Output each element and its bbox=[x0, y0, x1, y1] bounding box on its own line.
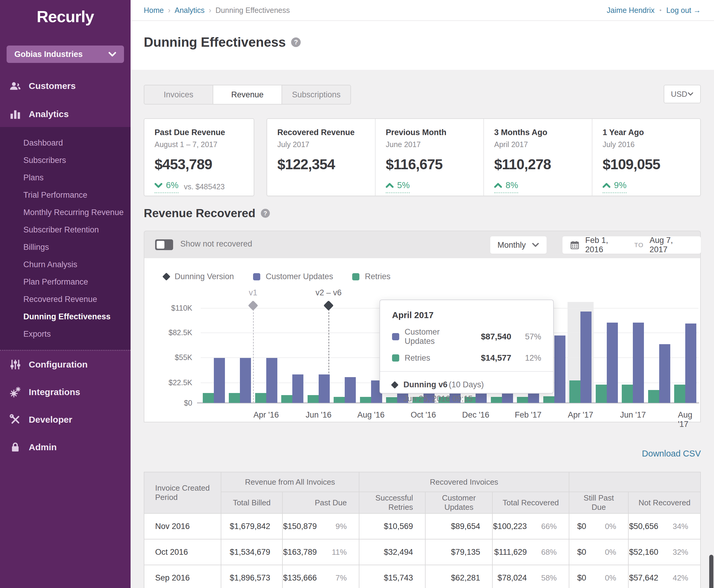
dunning-version-marker-v2-v6[interactable] bbox=[323, 300, 334, 311]
sidebar-subitem-trial-performance[interactable]: Trial Performance bbox=[0, 186, 131, 204]
card-amount: $116,675 bbox=[386, 156, 473, 172]
company-name: Gobias Industries bbox=[14, 50, 83, 59]
card-period: July 2016 bbox=[603, 140, 690, 149]
cell-period: Sep 2016 bbox=[144, 565, 221, 588]
tab-revenue[interactable]: Revenue bbox=[213, 85, 281, 104]
bar-customer-updates-May-17[interactable] bbox=[607, 322, 618, 403]
cell-successful-retries: $15,743 bbox=[359, 565, 425, 588]
separator-dot: • bbox=[659, 7, 662, 14]
user-name-link[interactable]: Jaime Hendrix bbox=[607, 6, 655, 15]
sidebar-item-developer[interactable]: Developer bbox=[0, 406, 131, 434]
sidebar-item-admin[interactable]: Admin bbox=[0, 434, 131, 461]
bar-retries-Feb-16[interactable] bbox=[203, 393, 214, 403]
tooltip-row: Customer Updates $87,540 57% bbox=[392, 328, 541, 346]
sidebar-subitem-dashboard[interactable]: Dashboard bbox=[0, 134, 131, 151]
bar-retries-Jul-17[interactable] bbox=[648, 390, 659, 403]
analytics-icon bbox=[9, 108, 21, 120]
card-period: July 2017 bbox=[277, 140, 365, 149]
cell-value: $78,024 bbox=[498, 573, 527, 583]
bar-retries-Sep-16[interactable] bbox=[386, 397, 397, 403]
bar-customer-updates-Apr-17[interactable] bbox=[581, 312, 591, 403]
bar-retries-Apr-16[interactable] bbox=[255, 393, 266, 403]
sidebar-subitem-subscribers[interactable]: Subscribers bbox=[0, 151, 131, 169]
bar-retries-Aug-17[interactable] bbox=[674, 385, 685, 403]
y-axis-tick: $0 bbox=[147, 399, 192, 407]
bar-customer-updates-Jun-16[interactable] bbox=[319, 374, 330, 403]
card-title: 1 Year Ago bbox=[603, 128, 690, 137]
cell-past-due: $135,6667% bbox=[282, 565, 359, 588]
sidebar-subitem-dunning-effectiveness[interactable]: Dunning Effectiveness bbox=[0, 308, 131, 325]
help-icon[interactable]: ? bbox=[261, 209, 270, 218]
page-header: Home › Analytics › Dunning Effectiveness… bbox=[131, 0, 714, 70]
bar-customer-updates-Feb-16[interactable] bbox=[214, 358, 225, 403]
help-icon[interactable]: ? bbox=[291, 38, 301, 47]
download-csv-link[interactable]: Download CSV bbox=[642, 449, 701, 459]
col-invoice-created-period: Invoice Created Period bbox=[144, 472, 221, 513]
bar-customer-updates-Mar-17[interactable] bbox=[554, 335, 565, 403]
sidebar-subitem-monthly-recurring-revenue[interactable]: Monthly Recurring Revenue bbox=[0, 204, 131, 221]
sidebar-subitem-plans[interactable]: Plans bbox=[0, 169, 131, 186]
sidebar-item-integrations[interactable]: Integrations bbox=[0, 378, 131, 406]
cell-percent: 32% bbox=[658, 548, 688, 557]
tab-subscriptions[interactable]: Subscriptions bbox=[281, 85, 351, 104]
card-period: June 2017 bbox=[386, 140, 473, 149]
bar-customer-updates-May-16[interactable] bbox=[292, 374, 303, 403]
sidebar-item-label: Developer bbox=[29, 415, 72, 425]
dunning-version-detail: (10 Days) bbox=[449, 380, 484, 389]
dunning-version-marker-v1[interactable] bbox=[248, 300, 258, 311]
interval-select[interactable]: Monthly bbox=[490, 236, 547, 254]
sidebar-subitem-churn-analysis[interactable]: Churn Analysis bbox=[0, 256, 131, 273]
show-not-recovered-toggle[interactable] bbox=[155, 239, 173, 250]
card-title: Past Due Revenue bbox=[154, 128, 244, 137]
breadcrumb-home[interactable]: Home bbox=[144, 6, 164, 15]
bar-customer-updates-Jul-17[interactable] bbox=[659, 344, 670, 403]
sidebar-subitem-recovered-revenue[interactable]: Recovered Revenue bbox=[0, 291, 131, 308]
sidebar-item-customers[interactable]: Customers bbox=[0, 73, 131, 99]
page-title: Dunning Effectiveness bbox=[144, 35, 286, 50]
cell-total-billed: $1,896,573 bbox=[221, 565, 282, 588]
cell-value: $135,666 bbox=[283, 573, 317, 583]
cell-successful-retries: $10,569 bbox=[359, 513, 425, 539]
bar-retries-Mar-17[interactable] bbox=[543, 396, 554, 403]
sidebar-subitem-billings[interactable]: Billings bbox=[0, 238, 131, 256]
bar-retries-May-16[interactable] bbox=[281, 395, 292, 403]
cell-value: $50,656 bbox=[629, 522, 658, 531]
section-title: Revenue Recovered bbox=[144, 207, 255, 220]
bar-customer-updates-Jun-17[interactable] bbox=[633, 322, 644, 403]
bar-retries-Jul-16[interactable] bbox=[334, 397, 345, 403]
sidebar-item-analytics[interactable]: Analytics bbox=[0, 101, 131, 127]
bar-retries-May-17[interactable] bbox=[596, 385, 607, 403]
bar-retries-Jun-16[interactable] bbox=[308, 395, 319, 403]
card-title: Recovered Revenue bbox=[277, 128, 365, 137]
bar-retries-Jun-17[interactable] bbox=[622, 385, 633, 403]
sidebar-subitem-plan-performance[interactable]: Plan Performance bbox=[0, 273, 131, 291]
breadcrumb-separator: › bbox=[209, 6, 211, 15]
logout-link[interactable]: Log out → bbox=[666, 6, 701, 15]
bar-customer-updates-Aug-17[interactable] bbox=[685, 323, 696, 403]
bar-retries-Aug-16[interactable] bbox=[360, 397, 371, 403]
sidebar-subitem-subscriber-retention[interactable]: Subscriber Retention bbox=[0, 221, 131, 238]
x-axis-tick: Feb '17 bbox=[515, 411, 542, 420]
chart-legend: Dunning VersionCustomer UpdatesRetries bbox=[164, 272, 391, 281]
bar-retries-Mar-16[interactable] bbox=[229, 393, 240, 403]
company-selector[interactable]: Gobias Industries bbox=[6, 45, 124, 63]
bar-retries-Apr-17[interactable] bbox=[569, 380, 581, 403]
sidebar-subitem-exports[interactable]: Exports bbox=[0, 325, 131, 343]
sidebar-item-configuration[interactable]: Configuration bbox=[0, 351, 131, 378]
currency-select[interactable]: USD bbox=[664, 85, 701, 103]
revenue-recovered-chart: Dunning VersionCustomer UpdatesRetries v… bbox=[144, 258, 701, 422]
lock-icon bbox=[9, 442, 21, 453]
bar-customer-updates-Mar-16[interactable] bbox=[240, 358, 251, 403]
scrollbar-thumb[interactable] bbox=[709, 555, 713, 588]
cell-total-recovered: $100,22366% bbox=[492, 513, 569, 539]
breadcrumb-analytics[interactable]: Analytics bbox=[175, 6, 205, 15]
date-range-picker[interactable]: Feb 1, 2016 TO Aug 7, 2017 bbox=[563, 236, 701, 254]
bar-customer-updates-Jul-16[interactable] bbox=[345, 377, 356, 403]
tab-invoices[interactable]: Invoices bbox=[144, 85, 213, 104]
bar-customer-updates-Apr-16[interactable] bbox=[266, 358, 277, 403]
y-axis-tick: $82.5K bbox=[147, 328, 192, 337]
interval-value: Monthly bbox=[498, 240, 526, 250]
cell-value: $163,789 bbox=[283, 548, 317, 557]
toggle-knob bbox=[156, 241, 164, 249]
cell-percent: 68% bbox=[527, 548, 557, 557]
